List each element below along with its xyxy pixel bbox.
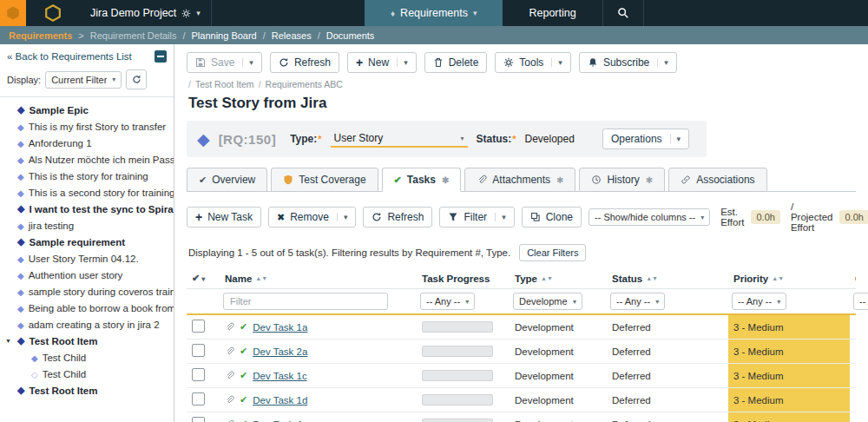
- task-row: ✔ Dev Task 1a Development Deferred 3 - M…: [187, 314, 856, 340]
- tab-overview[interactable]: ✔ Overview: [187, 168, 267, 192]
- operations-button[interactable]: Operations ▾: [602, 129, 689, 149]
- column-header-owner[interactable]: Owner▲▼: [850, 268, 856, 289]
- search-button[interactable]: [603, 0, 643, 26]
- tree-item[interactable]: ▼ Anforderung 1: [0, 135, 174, 151]
- delete-button[interactable]: Delete: [424, 52, 488, 73]
- clone-button[interactable]: Clone: [522, 207, 582, 227]
- name-filter-input[interactable]: [223, 293, 388, 310]
- tree-item[interactable]: ▼ Test Child: [0, 366, 174, 382]
- nav-tab-requirements[interactable]: ♦ Requirements ▾: [365, 0, 503, 26]
- column-header-status[interactable]: Status▲▼: [607, 268, 728, 289]
- subscribe-button[interactable]: Subscribe ▾: [579, 52, 677, 73]
- chevron-down-icon[interactable]: ▾: [242, 58, 253, 67]
- row-checkbox[interactable]: [192, 344, 205, 357]
- row-checkbox[interactable]: [192, 392, 205, 406]
- tree-item[interactable]: ▼ Being able to borrow a book from: [0, 300, 174, 316]
- project-selector[interactable]: Jira Demo Project ▾: [80, 0, 211, 26]
- tree-item[interactable]: ▼ This is a second story for training: [0, 184, 174, 201]
- tree-item[interactable]: ▼ Als Nutzer möchte ich mein Passw: [0, 151, 174, 168]
- tree-item[interactable]: ▼ Test Root Item: [0, 382, 174, 399]
- tree-item[interactable]: ▼ Test Root Item: [0, 333, 174, 349]
- tools-button[interactable]: Tools ▾: [495, 52, 571, 73]
- tab-history[interactable]: History ✱: [579, 168, 665, 192]
- column-header-name[interactable]: Name▲▼: [220, 268, 417, 289]
- refresh-tree-button[interactable]: [126, 69, 147, 89]
- tree-item[interactable]: ▼ Authention user story: [0, 267, 174, 283]
- hexagon-outline-icon: [43, 3, 62, 23]
- task-status-cell: Deferred: [607, 314, 728, 340]
- task-priority-cell: 3 - Medium: [728, 364, 850, 388]
- task-name-link[interactable]: Dev Task 1a: [253, 322, 307, 333]
- breadcrumb-documents[interactable]: Documents: [326, 30, 375, 41]
- refresh-button[interactable]: Refresh: [270, 52, 339, 73]
- filter-row: -- Any --▾ Development▾ -- Any --▾: [187, 289, 856, 315]
- expander-caret-icon[interactable]: ▼: [5, 338, 13, 344]
- tab-test-coverage[interactable]: Test Coverage: [271, 168, 378, 192]
- progress-filter-select[interactable]: -- Any --▾: [420, 293, 475, 310]
- row-checkbox[interactable]: [192, 368, 205, 381]
- tree-item[interactable]: ▼ User Story Termin 04.12.: [0, 250, 174, 267]
- tree-item[interactable]: ▼ I want to test the sync to Spira: [0, 201, 174, 217]
- back-to-requirements-link[interactable]: « Back to Requirements List: [7, 51, 132, 62]
- owner-filter-select[interactable]: -- Any --▾: [853, 293, 868, 310]
- sort-arrows-icon[interactable]: ▲▼: [772, 275, 784, 281]
- tasks-panel: + New Task ✖ Remove ▾ Refresh: [187, 192, 856, 422]
- spira-logo[interactable]: [0, 0, 26, 26]
- task-name-link[interactable]: Dev Task 2a: [253, 346, 307, 357]
- show-hide-columns-select[interactable]: -- Show/hide columns -- ▾: [589, 208, 710, 226]
- type-filter-select[interactable]: Development▾: [513, 293, 582, 310]
- breadcrumb-releases[interactable]: Releases: [272, 30, 312, 41]
- remove-task-button[interactable]: ✖ Remove ▾: [268, 207, 356, 227]
- nav-tab-reporting[interactable]: Reporting: [503, 0, 602, 26]
- path-requirements-abc[interactable]: Requirements ABC: [266, 79, 343, 89]
- tree-item[interactable]: ▼ Sample requirement: [0, 234, 174, 250]
- task-name-link[interactable]: Dev Task 4: [253, 419, 302, 422]
- column-header-priority[interactable]: Priority▲▼: [728, 268, 850, 289]
- task-name-link[interactable]: Dev Task 1d: [253, 395, 307, 406]
- refresh-tasks-button[interactable]: Refresh: [363, 207, 432, 227]
- save-button[interactable]: Save ▾: [187, 52, 262, 73]
- project-settings-gear-icon[interactable]: [181, 9, 191, 18]
- collapse-sidebar-icon[interactable]: [155, 50, 167, 63]
- chevron-down-icon[interactable]: ▾: [657, 58, 668, 67]
- tab-tasks[interactable]: ✔ Tasks ✱: [382, 168, 462, 192]
- product-logo[interactable]: [26, 0, 80, 26]
- tab-attachments[interactable]: Attachments ✱: [464, 168, 575, 192]
- row-checkbox[interactable]: [192, 320, 205, 333]
- requirement-type-icon: [17, 188, 24, 198]
- filter-button[interactable]: Filter ▾: [439, 207, 514, 227]
- breadcrumb-planning-board[interactable]: Planning Board: [192, 30, 257, 41]
- clone-icon: [530, 212, 541, 222]
- priority-filter-select[interactable]: -- Any --▾: [732, 293, 786, 310]
- status-label: Status:*: [477, 133, 516, 145]
- task-name-link[interactable]: Dev Task 1c: [253, 371, 306, 381]
- sort-arrows-icon[interactable]: ▲▼: [255, 275, 267, 281]
- chevron-down-icon[interactable]: ▾: [551, 58, 562, 67]
- tree-item[interactable]: ▼ jira testing: [0, 217, 174, 234]
- display-filter-select[interactable]: Current Filter ▾: [45, 71, 122, 89]
- tab-associations[interactable]: Associations: [668, 168, 766, 192]
- new-task-button[interactable]: + New Task: [187, 207, 261, 227]
- chevron-down-icon[interactable]: ▾: [495, 213, 506, 221]
- chevron-down-icon[interactable]: ▾: [397, 58, 408, 67]
- path-test-root-item[interactable]: Test Root Item: [195, 79, 254, 89]
- row-checkbox[interactable]: [192, 417, 205, 422]
- breadcrumb-requirements[interactable]: Requirements: [9, 30, 72, 41]
- tree-item[interactable]: ▼ adam creating a story in jira 2: [0, 316, 174, 333]
- tree-item[interactable]: ▼ Test Child: [0, 349, 174, 366]
- tree-item[interactable]: ▼ Sample Epic: [0, 102, 174, 118]
- column-header-type[interactable]: Type▲▼: [510, 268, 607, 289]
- projected-effort-badge: 0.0h: [839, 210, 868, 224]
- tree-item[interactable]: ▼ This is my first Story to transfer: [0, 118, 174, 135]
- type-select[interactable]: User Story ▾: [331, 130, 468, 148]
- chevron-down-icon[interactable]: ▾: [337, 213, 348, 221]
- clear-filters-button[interactable]: Clear Filters: [519, 244, 586, 261]
- search-icon: [617, 7, 629, 19]
- status-filter-select[interactable]: -- Any --▾: [610, 293, 665, 310]
- select-all-header[interactable]: ✔▾: [187, 268, 220, 289]
- tree-item[interactable]: ▼ This is the story for training: [0, 168, 174, 184]
- new-button[interactable]: + New ▾: [347, 52, 417, 73]
- sort-arrows-icon[interactable]: ▲▼: [541, 275, 553, 281]
- sort-arrows-icon[interactable]: ▲▼: [646, 275, 658, 281]
- tree-item[interactable]: ▼ sample story during coveros traini: [0, 283, 174, 300]
